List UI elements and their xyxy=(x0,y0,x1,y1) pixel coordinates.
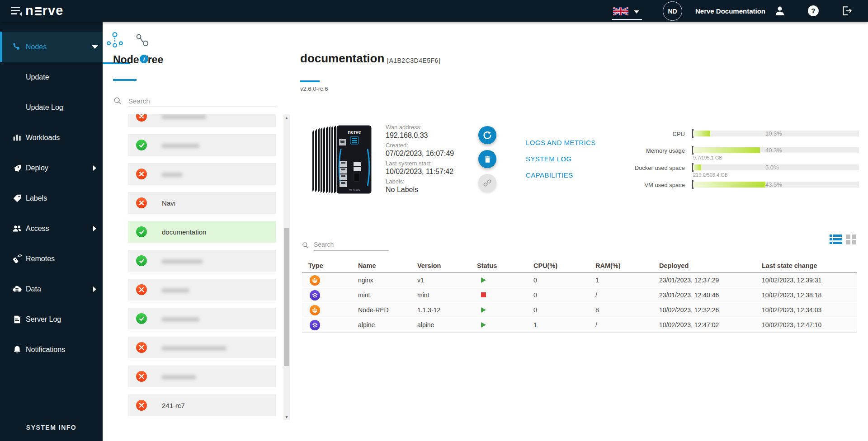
node-list-item[interactable]: xxxxxx xyxy=(128,163,276,185)
scrollbar-thumb[interactable] xyxy=(284,228,289,366)
node-offline-icon xyxy=(136,114,147,122)
node-list-item[interactable]: xxxxxxxxxx xyxy=(128,366,276,387)
sidebar-item-update[interactable]: Update xyxy=(0,62,103,92)
remotes-icon xyxy=(12,254,22,264)
link-icon xyxy=(483,178,492,188)
system-log-link[interactable]: SYSTEM LOG xyxy=(526,155,572,163)
memory-usage-bar: 40.3% xyxy=(693,147,859,153)
sidebar-item-deploy[interactable]: Deploy xyxy=(0,153,103,183)
status-running-icon xyxy=(481,322,486,328)
sidebar-item-server-log[interactable]: Server Log xyxy=(0,304,103,334)
workload-row-alpine[interactable]: alpine alpine 1 / 10/02/2023, 12:47:02 1… xyxy=(302,318,857,333)
chevron-down-icon xyxy=(634,10,639,14)
cpu-stat-label: CPU xyxy=(567,131,685,137)
col-ram: RAM(%) xyxy=(595,262,621,269)
sidebar-item-nodes[interactable]: Nodes xyxy=(0,32,103,62)
cpu-usage-bar: 10.3% xyxy=(693,131,859,136)
labels-value: No Labels xyxy=(386,186,418,194)
delete-node-button[interactable] xyxy=(478,150,496,168)
node-online-icon xyxy=(136,140,147,150)
node-tree-title: Node Tree xyxy=(113,54,163,66)
logout-icon[interactable] xyxy=(841,5,853,17)
node-list-item[interactable]: xxxxxxxx xyxy=(128,279,276,300)
node-name-title: documentation xyxy=(300,52,384,66)
user-avatar[interactable]: ND xyxy=(663,1,682,21)
tab-node-tree[interactable] xyxy=(106,32,132,52)
workload-row-mint[interactable]: mint mint 0 / 23/01/2023, 12:40:46 10/02… xyxy=(302,288,857,303)
workload-search[interactable]: Search xyxy=(302,240,392,251)
sidebar-item-workloads[interactable]: Workloads xyxy=(0,122,103,153)
grid-view-icon[interactable] xyxy=(846,234,857,245)
labels-tag-icon xyxy=(12,193,22,203)
sidebar-item-labels[interactable]: Labels xyxy=(0,183,103,213)
connect-node-button[interactable] xyxy=(478,174,496,192)
svg-text:?: ? xyxy=(811,7,815,14)
col-status: Status xyxy=(477,262,497,269)
node-online-icon xyxy=(136,313,147,324)
node-list-item[interactable]: xxxxxxxxxxxxxxxxxxx xyxy=(128,337,276,358)
sidebar-item-update-log[interactable]: Update Log xyxy=(0,92,103,122)
info-icon[interactable]: i xyxy=(140,55,148,63)
created-value: 07/02/2023, 16:07:49 xyxy=(386,150,454,158)
node-offline-icon xyxy=(136,284,147,295)
docker-icon xyxy=(310,305,320,315)
help-icon[interactable]: ? xyxy=(807,5,819,17)
node-list-item-documentation[interactable]: documentation xyxy=(128,221,276,243)
node-offline-icon xyxy=(136,400,147,411)
col-deployed: Deployed xyxy=(659,262,689,269)
wan-address-value: 192.168.0.33 xyxy=(386,131,428,140)
sidebar-item-remotes[interactable]: Remotes xyxy=(0,244,103,274)
workloads-table: Type Name Version Status CPU(%) RAM(%) D… xyxy=(302,261,857,333)
memory-usage-value: 40.3% xyxy=(765,147,782,153)
vm-used-space-bar: 43.5% xyxy=(693,182,859,188)
page: n rve ND Nerve Documentation ? xyxy=(0,0,868,441)
sidebar-item-data[interactable]: Data xyxy=(0,274,103,304)
vm-icon xyxy=(310,290,320,300)
node-list-item-navi[interactable]: Navi xyxy=(128,192,276,214)
system-info-button[interactable]: SYSTEM INFO xyxy=(0,424,103,431)
device-image: nerve MFN 100 xyxy=(310,122,378,196)
list-view-icon[interactable] xyxy=(830,234,842,245)
server-log-icon xyxy=(12,314,22,324)
access-users-icon xyxy=(12,224,22,234)
data-cloud-icon xyxy=(12,284,22,294)
profile-icon[interactable] xyxy=(774,5,786,17)
col-last-state-change: Last state change xyxy=(762,262,817,269)
node-offline-icon xyxy=(136,169,147,179)
node-list-item[interactable]: xxxxxxxxxxx xyxy=(128,308,276,329)
col-type: Type xyxy=(308,262,323,269)
vm-used-space-value: 43.5% xyxy=(765,182,782,188)
node-list-scrollbar[interactable]: ▲ ▼ xyxy=(283,114,290,420)
vm-icon xyxy=(310,320,320,330)
reboot-node-button[interactable] xyxy=(478,126,496,144)
workload-row-node-red[interactable]: Node-RED 1.1.3-12 0 8 10/02/2023, 12:32:… xyxy=(302,303,857,318)
node-online-icon xyxy=(136,226,147,237)
scroll-up-icon[interactable]: ▲ xyxy=(283,114,290,121)
node-list-item[interactable]: xxxxxxxxxxxx xyxy=(128,250,276,272)
uk-flag-icon xyxy=(613,7,628,15)
sidebar-item-notifications[interactable]: Notifications xyxy=(0,334,103,365)
col-name: Name xyxy=(358,262,376,269)
menu-toggle-icon[interactable] xyxy=(11,6,22,16)
docker-used-space-value: 5.0% xyxy=(765,164,779,170)
node-list-item[interactable]: xxxxxxxxxxx xyxy=(128,134,276,156)
tab-node-connections[interactable] xyxy=(135,33,156,52)
svg-text:nerve: nerve xyxy=(348,129,361,135)
node-list-item[interactable]: xxxxxxxxxxxxx xyxy=(128,114,276,127)
node-online-icon xyxy=(136,255,147,266)
chevron-right-icon xyxy=(93,165,96,171)
search-icon xyxy=(302,242,309,249)
nodes-icon xyxy=(12,42,22,52)
last-system-start-label: Last system start: xyxy=(386,160,432,167)
node-search[interactable]: Search xyxy=(113,97,276,108)
scroll-down-icon[interactable]: ▼ xyxy=(283,413,290,420)
memory-usage-detail: 9.7/195.1 GB xyxy=(693,155,722,160)
node-tree-icon xyxy=(106,32,123,49)
workload-row-nginx[interactable]: nginx v1 0 1 23/01/2023, 12:37:29 10/02/… xyxy=(302,273,857,288)
sidebar-item-access[interactable]: Access xyxy=(0,213,103,244)
language-selector[interactable] xyxy=(611,5,643,20)
chevron-down-icon xyxy=(92,45,98,49)
capabilities-link[interactable]: CAPABILITIES xyxy=(526,171,573,179)
logs-and-metrics-link[interactable]: LOGS AND METRICS xyxy=(526,139,596,146)
node-list-item-241-rc7[interactable]: 241-rc7 xyxy=(128,394,276,416)
